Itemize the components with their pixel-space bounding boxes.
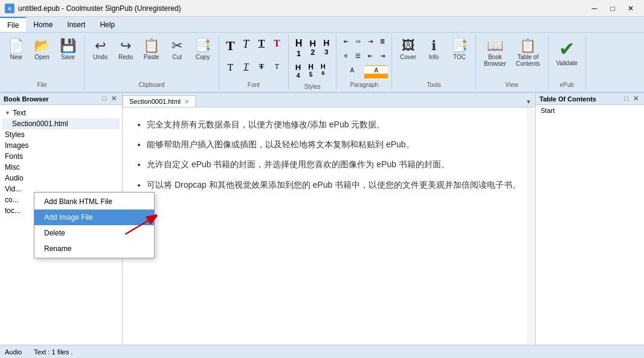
tree-item-section0001[interactable]: Section0001.html (2, 118, 120, 129)
tree-item-images[interactable]: Images (2, 140, 120, 151)
h3-button[interactable]: H3 (320, 36, 332, 60)
tree-chevron-text: ▼ (5, 110, 10, 116)
maximize-button[interactable]: □ (604, 2, 621, 15)
cover-button[interactable]: 🖼 Cover (396, 36, 420, 63)
open-button[interactable]: 📂 Open (30, 36, 54, 63)
highlight-button[interactable]: A (364, 65, 388, 79)
info-button[interactable]: ℹ Info (422, 36, 446, 63)
editor-tab[interactable]: Section0001.html ✕ (123, 95, 196, 107)
undo-icon: ↩ (95, 39, 106, 53)
menu-file[interactable]: File (0, 17, 26, 32)
info-icon: ℹ (431, 39, 436, 53)
ribbon: 📄 New 📂 Open 💾 Save File ↩ Undo (0, 33, 644, 93)
h6-button[interactable]: H6 (318, 61, 329, 81)
book-browser-icon: 📖 (487, 39, 503, 53)
ribbon-group-tools: 🖼 Cover ℹ Info 📑 TOC Tools (392, 35, 476, 89)
align-center-button[interactable]: ⇨ (352, 36, 364, 50)
cut-button[interactable]: ✂ Cut (165, 36, 189, 63)
undo-label: Undo (93, 54, 108, 60)
validate-icon: ✔ (559, 39, 575, 59)
toc-pin-button[interactable]: □ (622, 95, 630, 103)
tab-title: Section0001.html (129, 98, 181, 105)
toc-close-button[interactable]: ✕ (631, 95, 640, 103)
menu-home[interactable]: Home (26, 17, 60, 32)
menu-bar: File Home Insert Help (0, 17, 644, 33)
title-bar: e untitled.epub - Coolmuster SignPub (Un… (0, 0, 644, 17)
font-t1-button[interactable]: T (223, 36, 238, 60)
window-title: untitled.epub - Coolmuster SignPub (Unre… (18, 4, 181, 13)
font-t8-button[interactable]: T (269, 60, 285, 79)
app-icon: e (5, 4, 14, 13)
undo-button[interactable]: ↩ Undo (88, 36, 112, 63)
save-button[interactable]: 💾 Save (56, 36, 80, 63)
align-right-button[interactable]: ⇥ (364, 36, 376, 50)
editor-scrollbar[interactable] (527, 107, 535, 345)
tree-item-text[interactable]: ▼ Text (2, 107, 120, 118)
font-t7-button[interactable]: T (254, 60, 269, 79)
tree-item-misc[interactable]: Misc (2, 162, 120, 173)
status-bar: Audio Text : 1 files . (0, 345, 644, 358)
h5-button[interactable]: H5 (305, 61, 317, 81)
toc-header: Table Of Contents □ ✕ (536, 93, 644, 105)
tab-dropdown-button[interactable]: ▼ (522, 97, 535, 107)
paste-label: Paste (144, 54, 159, 60)
table-of-contents-button[interactable]: 📋 Table ofContents (512, 36, 544, 70)
menu-insert[interactable]: Insert (60, 17, 92, 32)
align-justify-button[interactable]: ≣ (376, 36, 388, 50)
context-menu-delete[interactable]: Delete (34, 225, 154, 241)
increase-indent-button[interactable]: ⇥ (376, 51, 388, 65)
paste-button[interactable]: 📋 Paste (139, 36, 164, 63)
cut-icon: ✂ (172, 39, 182, 53)
numbered-list-button[interactable]: ☰ (352, 51, 364, 65)
minimize-button[interactable]: ─ (586, 2, 603, 15)
epub-buttons: ✔ Validate (552, 36, 582, 79)
validate-button[interactable]: ✔ Validate (552, 36, 582, 69)
window-controls: ─ □ ✕ (586, 2, 639, 15)
editor-content-list: 完全支持所有元数据条目，以便方便地修改/添加 ePub 元数据。 能够帮助用户插… (135, 117, 523, 193)
context-menu-add-blank-html[interactable]: Add Blank HTML File (34, 194, 154, 209)
tab-close-button[interactable]: ✕ (184, 98, 189, 105)
save-label: Save (61, 54, 75, 60)
font-t4-button[interactable]: T (269, 36, 285, 60)
book-browser-label: BookBrowser (484, 54, 506, 67)
tree-label-toc: toc... (5, 206, 21, 215)
toc-header-btns: □ ✕ (622, 95, 640, 103)
decrease-indent-button[interactable]: ⇤ (364, 51, 376, 65)
ribbon-group-paragraph: ⇤ ⇨ ⇥ ≣ ≡ ☰ ⇤ ⇥ A A Paragraph (336, 35, 392, 89)
tree-item-styles[interactable]: Styles (2, 129, 120, 140)
font-t5-button[interactable]: T (223, 60, 238, 79)
redo-icon: ↪ (120, 39, 131, 53)
toc-button[interactable]: 📑 TOC (447, 36, 472, 63)
book-browser-pin-button[interactable]: □ (100, 95, 108, 103)
new-button[interactable]: 📄 New (4, 36, 28, 63)
book-browser-button[interactable]: 📖 BookBrowser (480, 36, 510, 70)
tree-item-audio[interactable]: Audio (2, 173, 120, 184)
context-menu-add-image-file[interactable]: Add Image File (34, 209, 154, 225)
font-t3-button[interactable]: T (254, 36, 269, 60)
content-line-1: 完全支持所有元数据条目，以便方便地修改/添加 ePub 元数据。 (147, 117, 523, 132)
font-t6-button[interactable]: T (239, 60, 254, 79)
toc-item-start[interactable]: Start (536, 105, 644, 116)
h1-button[interactable]: H1 (292, 36, 306, 60)
menu-help[interactable]: Help (92, 17, 122, 32)
redo-button[interactable]: ↪ Redo (114, 36, 138, 63)
epub-group-label: ePub (560, 82, 574, 88)
font-t2-button[interactable]: T (239, 36, 254, 60)
copy-button[interactable]: 📑 Copy (190, 36, 215, 63)
h4-button[interactable]: H4 (292, 61, 304, 81)
table-button[interactable]: A (340, 65, 364, 79)
ribbon-group-clipboard: ↩ Undo ↪ Redo 📋 Paste ✂ Cut 📑 Copy (85, 35, 219, 89)
paragraph-group-label: Paragraph (350, 82, 378, 88)
view-buttons: 📖 BookBrowser 📋 Table ofContents (480, 36, 544, 79)
close-button[interactable]: ✕ (622, 2, 639, 15)
book-browser-close-button[interactable]: ✕ (109, 95, 118, 103)
context-menu-rename[interactable]: Rename (34, 241, 154, 257)
editor-content-area[interactable]: 完全支持所有元数据条目，以便方便地修改/添加 ePub 元数据。 能够帮助用户插… (123, 107, 535, 345)
ribbon-group-font: T T T T T T T T Font (219, 35, 289, 89)
bullet-list-button[interactable]: ≡ (340, 51, 352, 65)
font-group-label: Font (248, 82, 260, 88)
align-left-button[interactable]: ⇤ (340, 36, 352, 50)
ribbon-group-view: 📖 BookBrowser 📋 Table ofContents View (476, 35, 549, 89)
tree-item-fonts[interactable]: Fonts (2, 151, 120, 162)
h2-button[interactable]: H2 (306, 36, 319, 60)
